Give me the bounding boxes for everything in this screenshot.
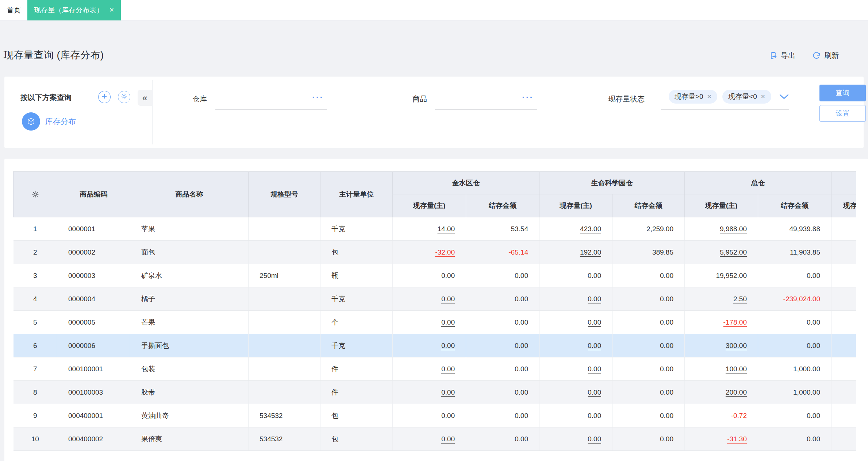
table-row[interactable]: 50000005芒果个0.000.000.000.00-178.000.00 bbox=[14, 311, 856, 334]
qty-drilldown-link[interactable]: 200.00 bbox=[726, 388, 747, 396]
table-cell: 0.00 bbox=[612, 357, 685, 381]
table-row[interactable]: 20000002面包包-32.00-65.14192.00389.855,952… bbox=[14, 241, 856, 264]
table-row[interactable]: 8000100003胶带件0.000.000.000.00200.001,000… bbox=[14, 381, 856, 404]
qty-drilldown-link[interactable]: 192.00 bbox=[580, 248, 601, 256]
qty-drilldown-link[interactable]: 100.00 bbox=[726, 365, 747, 373]
table-row[interactable]: 60000006手撕面包千克0.000.000.000.00300.000.00 bbox=[14, 334, 856, 357]
qty-drilldown-link[interactable]: 423.00 bbox=[580, 225, 601, 233]
export-button[interactable]: 导出 bbox=[769, 51, 795, 61]
table-cell: 9 bbox=[14, 404, 57, 427]
table-cell: 534532 bbox=[249, 427, 320, 451]
status-tag-negative[interactable]: 现存量<0 ✕ bbox=[722, 90, 771, 104]
subheader-qty[interactable]: 现存量(主) bbox=[539, 194, 612, 217]
qty-drilldown-link[interactable]: 0.00 bbox=[441, 388, 455, 396]
table-cell: 000100001 bbox=[57, 357, 130, 381]
qty-drilldown-link[interactable]: -31.30 bbox=[727, 435, 747, 443]
table-cell: 瓶 bbox=[320, 264, 393, 287]
table-row[interactable]: 30000003矿泉水250ml瓶0.000.000.000.0019,952.… bbox=[14, 264, 856, 287]
query-button[interactable]: 查询 bbox=[819, 85, 866, 101]
qty-drilldown-link[interactable]: 9,988.00 bbox=[720, 225, 747, 233]
header-main-unit[interactable]: 主计量单位 bbox=[320, 172, 393, 217]
header-product-code[interactable]: 商品编码 bbox=[57, 172, 130, 217]
table-row[interactable]: 10000400002果倍爽534532包0.000.000.000.00-31… bbox=[14, 427, 856, 451]
table-row[interactable]: 10000001苹果千克14.0053.54423.002,259.009,98… bbox=[14, 217, 856, 241]
qty-drilldown-link[interactable]: 0.00 bbox=[588, 342, 601, 349]
table-row[interactable]: 9000400001黄油曲奇534532包0.000.000.000.00-0.… bbox=[14, 404, 856, 427]
subheader-qty[interactable]: 现存量(主) bbox=[685, 194, 758, 217]
warehouse-input[interactable] bbox=[215, 109, 327, 110]
tab-close-icon[interactable]: ✕ bbox=[109, 7, 114, 13]
table-cell bbox=[831, 334, 856, 357]
chevron-down-icon[interactable] bbox=[779, 94, 789, 99]
qty-drilldown-link[interactable]: -32.00 bbox=[435, 248, 455, 256]
scheme-item-inventory-distribution[interactable]: 库存分布 bbox=[22, 112, 76, 131]
column-settings-button[interactable] bbox=[14, 172, 57, 217]
qty-drilldown-link[interactable]: 2.50 bbox=[733, 295, 747, 303]
qty-drilldown-link[interactable]: 14.00 bbox=[437, 225, 455, 233]
subheader-amount[interactable]: 结存金额 bbox=[758, 194, 831, 217]
group-header-main-warehouse: 总仓 bbox=[685, 172, 831, 194]
table-row[interactable]: 40000004橘子千克0.000.000.000.002.50-239,024… bbox=[14, 287, 856, 311]
tab-inventory-distribution[interactable]: 现存量（库存分布表） ✕ bbox=[27, 0, 121, 20]
tag-remove-icon[interactable]: ✕ bbox=[707, 93, 712, 100]
table-cell: -239,024.00 bbox=[758, 287, 831, 311]
subheader-amount[interactable]: 结存金额 bbox=[612, 194, 685, 217]
qty-drilldown-link[interactable]: 0.00 bbox=[588, 318, 601, 326]
qty-drilldown-link[interactable]: 0.00 bbox=[441, 435, 455, 443]
header-spec-model[interactable]: 规格型号 bbox=[249, 172, 320, 217]
table-cell: 000400002 bbox=[57, 427, 130, 451]
tag-remove-icon[interactable]: ✕ bbox=[761, 93, 765, 100]
table-cell: 包 bbox=[320, 241, 393, 264]
subheader-qty[interactable]: 现存量(主) bbox=[393, 194, 466, 217]
settings-button[interactable]: 设置 bbox=[819, 105, 866, 122]
product-input[interactable] bbox=[435, 109, 537, 110]
qty-drilldown-link[interactable]: 0.00 bbox=[441, 365, 455, 373]
table-cell: 1,000.00 bbox=[758, 381, 831, 404]
qty-drilldown-link[interactable]: -0.72 bbox=[731, 412, 747, 419]
collapse-panel-button[interactable]: « bbox=[138, 90, 152, 106]
table-cell: 0.00 bbox=[393, 427, 466, 451]
stock-status-tags: 现存量>0 ✕ 现存量<0 ✕ bbox=[669, 90, 789, 104]
table-cell: 4 bbox=[14, 287, 57, 311]
warehouse-picker-icon[interactable]: ··· bbox=[312, 92, 324, 103]
tab-home[interactable]: 首页 bbox=[0, 0, 27, 20]
qty-drilldown-link[interactable]: 0.00 bbox=[588, 435, 601, 443]
scheme-settings-button[interactable] bbox=[118, 91, 130, 103]
refresh-button[interactable]: 刷新 bbox=[812, 51, 839, 61]
qty-drilldown-link[interactable]: 0.00 bbox=[441, 295, 455, 303]
plus-icon bbox=[101, 93, 108, 101]
table-row[interactable]: 7000100001包装件0.000.000.000.00100.001,000… bbox=[14, 357, 856, 381]
qty-drilldown-link[interactable]: -178.00 bbox=[723, 318, 747, 326]
qty-drilldown-link[interactable]: 0.00 bbox=[588, 412, 601, 419]
qty-drilldown-link[interactable]: 0.00 bbox=[588, 388, 601, 396]
qty-drilldown-link[interactable]: 0.00 bbox=[588, 272, 601, 279]
table-cell: 8 bbox=[14, 381, 57, 404]
table-cell bbox=[249, 241, 320, 264]
qty-drilldown-link[interactable]: 0.00 bbox=[441, 342, 455, 349]
qty-drilldown-link[interactable]: 0.00 bbox=[441, 318, 455, 326]
table-cell: 53.54 bbox=[466, 217, 539, 241]
table-cell: 0.00 bbox=[539, 264, 612, 287]
table-cell: 3 bbox=[14, 264, 57, 287]
qty-drilldown-link[interactable]: 300.00 bbox=[726, 342, 747, 349]
qty-drilldown-link[interactable]: 19,952.00 bbox=[716, 272, 747, 279]
table-cell: 橘子 bbox=[130, 287, 249, 311]
table-cell: 苹果 bbox=[130, 217, 249, 241]
qty-drilldown-link[interactable]: 0.00 bbox=[441, 272, 455, 279]
qty-drilldown-link[interactable]: 0.00 bbox=[441, 412, 455, 419]
qty-drilldown-link[interactable]: 5,952.00 bbox=[720, 248, 747, 256]
table-cell: 0.00 bbox=[466, 357, 539, 381]
subheader-amount[interactable]: 结存金额 bbox=[466, 194, 539, 217]
qty-drilldown-link[interactable]: 0.00 bbox=[588, 295, 601, 303]
table-cell: 5 bbox=[14, 311, 57, 334]
table-cell: 0.00 bbox=[539, 357, 612, 381]
stock-status-input[interactable] bbox=[661, 109, 789, 110]
qty-drilldown-link[interactable]: 0.00 bbox=[588, 365, 601, 373]
subheader-qty-partial: 现存量(主) bbox=[831, 194, 856, 217]
table-cell: 200.00 bbox=[685, 381, 758, 404]
product-picker-icon[interactable]: ··· bbox=[522, 92, 534, 103]
header-product-name[interactable]: 商品名称 bbox=[130, 172, 249, 217]
table-cell: 2.50 bbox=[685, 287, 758, 311]
add-scheme-button[interactable] bbox=[98, 91, 111, 103]
status-tag-positive[interactable]: 现存量>0 ✕ bbox=[669, 90, 717, 104]
